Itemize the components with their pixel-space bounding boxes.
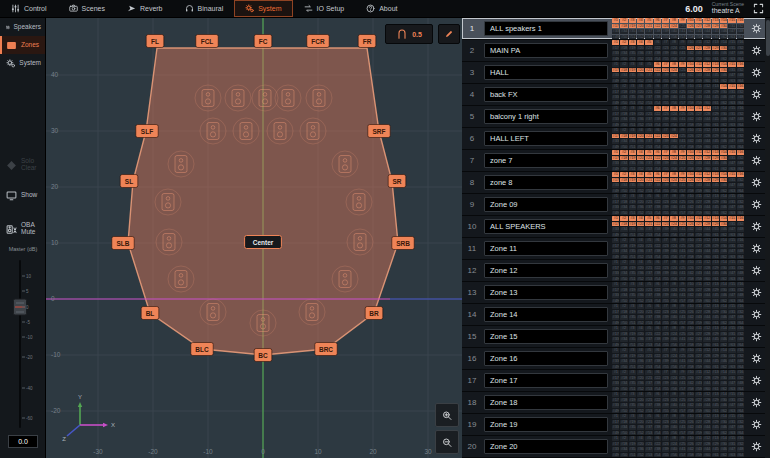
speaker-label-badge[interactable]: SRF [368, 125, 390, 138]
output-cell[interactable]: #39 [662, 337, 669, 342]
output-cell[interactable]: #4 [637, 150, 644, 155]
output-cell[interactable]: #48 [737, 249, 744, 254]
output-cell[interactable]: #46 [720, 315, 727, 320]
output-cell[interactable]: #11 [695, 304, 702, 309]
output-cell[interactable]: #17 [612, 332, 619, 337]
output-cell[interactable]: #10 [687, 172, 694, 177]
output-cell[interactable]: #54 [654, 189, 661, 194]
output-cell[interactable]: #56 [670, 255, 677, 260]
output-cell[interactable]: #48 [737, 183, 744, 188]
output-cell[interactable]: #19 [629, 24, 636, 29]
output-cell[interactable]: #28 [703, 332, 710, 337]
output-cell[interactable]: #27 [695, 376, 702, 381]
output-cell[interactable]: #38 [654, 29, 661, 34]
output-cell[interactable]: #4 [637, 392, 644, 397]
output-cell[interactable]: #64 [737, 189, 744, 194]
output-cell[interactable]: #28 [703, 112, 710, 117]
output-cell[interactable]: #23 [662, 376, 669, 381]
output-cell[interactable]: #32 [737, 376, 744, 381]
output-cell[interactable]: #14 [720, 370, 727, 375]
zone-name-field[interactable]: MAIN PA [484, 43, 608, 58]
output-cell[interactable]: #46 [720, 183, 727, 188]
output-cell[interactable]: #39 [662, 271, 669, 276]
output-cell[interactable]: #6 [654, 260, 661, 265]
output-cell[interactable]: #25 [679, 354, 686, 359]
output-cell[interactable]: #21 [645, 420, 652, 425]
zone-settings-button[interactable] [748, 67, 764, 78]
output-cell[interactable]: #24 [670, 46, 677, 51]
output-cell[interactable]: #5 [645, 260, 652, 265]
output-cell[interactable]: #42 [687, 337, 694, 342]
output-cell[interactable]: #3 [629, 62, 636, 67]
output-cell[interactable]: #39 [662, 315, 669, 320]
output-cell[interactable]: #17 [612, 90, 619, 95]
output-cell[interactable]: #55 [662, 277, 669, 282]
sidebar-item-speakers[interactable]: Speakers [0, 18, 45, 36]
output-cell[interactable]: #53 [645, 343, 652, 348]
output-cell[interactable]: #42 [687, 95, 694, 100]
output-cell[interactable]: #17 [612, 156, 619, 161]
output-cell[interactable]: #61 [712, 167, 719, 172]
zone-settings-button[interactable] [748, 309, 764, 320]
output-cell[interactable]: #2 [620, 282, 627, 287]
output-cell[interactable]: #40 [670, 139, 677, 144]
output-cell[interactable]: #46 [720, 447, 727, 452]
output-cell[interactable]: #59 [695, 343, 702, 348]
output-cell[interactable]: #5 [645, 414, 652, 419]
zone-name-field[interactable]: Zone 15 [484, 329, 608, 344]
output-cell[interactable]: #43 [695, 403, 702, 408]
output-cell[interactable]: #20 [637, 24, 644, 29]
output-cell[interactable]: #40 [670, 403, 677, 408]
fullscreen-button[interactable] [753, 3, 764, 14]
output-cell[interactable]: #1 [612, 238, 619, 243]
output-cell[interactable]: #2 [620, 150, 627, 155]
output-cell[interactable]: #27 [695, 398, 702, 403]
output-cell[interactable]: #56 [670, 211, 677, 216]
output-cell[interactable]: #47 [728, 51, 735, 56]
output-cell[interactable]: #35 [629, 403, 636, 408]
tab-control[interactable]: Control [0, 0, 58, 17]
output-cell[interactable]: #18 [620, 310, 627, 315]
output-cell[interactable]: #8 [670, 392, 677, 397]
output-cell[interactable]: #41 [679, 95, 686, 100]
output-cell[interactable]: #17 [612, 200, 619, 205]
output-cell[interactable]: #8 [670, 370, 677, 375]
output-cell[interactable]: #53 [645, 431, 652, 436]
output-cell[interactable]: #60 [703, 365, 710, 370]
output-cell[interactable]: #33 [612, 425, 619, 430]
output-cell[interactable]: #31 [728, 310, 735, 315]
output-cell[interactable]: #31 [728, 244, 735, 249]
output-cell[interactable]: #26 [687, 332, 694, 337]
output-cell[interactable]: #26 [687, 398, 694, 403]
output-cell[interactable]: #43 [695, 205, 702, 210]
output-cell[interactable]: #34 [620, 95, 627, 100]
output-cell[interactable]: #30 [720, 156, 727, 161]
output-cell[interactable]: #64 [737, 211, 744, 216]
output-cell[interactable]: #49 [612, 145, 619, 150]
output-cell[interactable]: #26 [687, 310, 694, 315]
output-cell[interactable]: #47 [728, 425, 735, 430]
output-cell[interactable]: #56 [670, 79, 677, 84]
zone-settings-button[interactable] [748, 177, 764, 188]
output-cell[interactable]: #10 [687, 40, 694, 45]
output-cell[interactable]: #55 [662, 365, 669, 370]
output-cell[interactable]: #22 [654, 376, 661, 381]
output-cell[interactable]: #52 [637, 321, 644, 326]
output-cell[interactable]: #31 [728, 442, 735, 447]
output-cell[interactable]: #14 [720, 436, 727, 441]
output-cell[interactable]: #42 [687, 425, 694, 430]
output-cell[interactable]: #32 [737, 112, 744, 117]
zone-name-field[interactable]: Zone 09 [484, 197, 608, 212]
output-cell[interactable]: #9 [679, 194, 686, 199]
output-cell[interactable]: #28 [703, 222, 710, 227]
output-cell[interactable]: #18 [620, 24, 627, 29]
output-cell[interactable]: #63 [728, 431, 735, 436]
output-cell[interactable]: #37 [645, 183, 652, 188]
output-cell[interactable]: #40 [670, 183, 677, 188]
output-cell[interactable]: #15 [728, 84, 735, 89]
output-cell[interactable]: #35 [629, 315, 636, 320]
output-cell[interactable]: #23 [662, 178, 669, 183]
output-cell[interactable]: #51 [629, 299, 636, 304]
output-cell[interactable]: #61 [712, 101, 719, 106]
output-cell[interactable]: #39 [662, 381, 669, 386]
